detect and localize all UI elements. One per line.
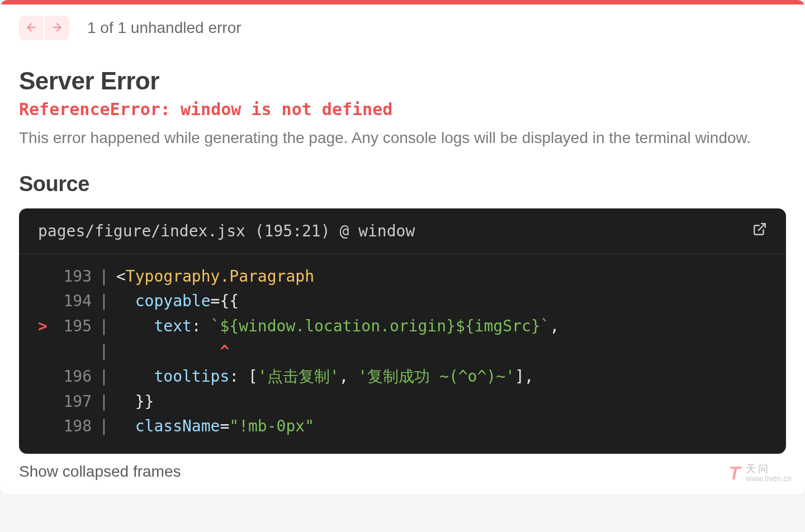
code-body: 193|<Typography.Paragraph 194| copyable=…	[19, 254, 786, 454]
error-count-text: 1 of 1 unhandled error	[87, 19, 242, 37]
error-line-marker	[38, 289, 56, 314]
overlay-content: Server Error ReferenceError: window is n…	[0, 46, 805, 494]
source-heading: Source	[19, 172, 786, 196]
error-line-marker	[38, 264, 56, 289]
code-line: 196| tooltips: ['点击复制', '复制成功 ~(^o^)~'],	[38, 364, 767, 390]
line-number: 196	[56, 364, 92, 390]
next-error-button[interactable]	[45, 16, 69, 40]
code-line: 198| className="!mb-0px"	[38, 414, 767, 439]
open-in-editor-button[interactable]	[752, 222, 767, 240]
caret-indicator: ^	[116, 339, 767, 364]
show-collapsed-frames-button[interactable]: Show collapsed frames	[19, 463, 181, 481]
code-text: <Typography.Paragraph	[116, 264, 767, 289]
error-description: This error happened while generating the…	[19, 127, 786, 150]
line-number: 194	[56, 289, 92, 314]
error-line-marker: >	[38, 314, 56, 339]
code-text: copyable={{	[116, 289, 767, 314]
code-text: text: `${window.location.origin}${imgSrc…	[116, 314, 767, 339]
gutter-pipe: |	[92, 289, 116, 314]
overlay-top-stripe	[0, 0, 805, 4]
gutter-pipe: |	[92, 314, 116, 339]
error-message: ReferenceError: window is not defined	[19, 99, 786, 119]
arrow-right-icon	[51, 21, 63, 35]
overlay-header: 1 of 1 unhandled error	[0, 4, 805, 46]
error-line-marker	[38, 390, 56, 415]
gutter-pipe: |	[92, 414, 116, 439]
caret-line: | ^	[38, 339, 767, 364]
line-number: 198	[56, 414, 92, 439]
code-line: 193|<Typography.Paragraph	[38, 264, 767, 289]
gutter-pipe: |	[92, 390, 116, 415]
gutter-pipe: |	[92, 364, 116, 390]
arrow-left-icon	[25, 21, 37, 35]
line-number: 193	[56, 264, 92, 289]
line-number: 195	[56, 314, 92, 339]
gutter-pipe: |	[92, 264, 116, 289]
error-line-marker	[38, 364, 56, 390]
error-overlay: 1 of 1 unhandled error Server Error Refe…	[0, 0, 805, 494]
error-title: Server Error	[19, 67, 786, 95]
code-header: pages/figure/index.jsx (195:21) @ window	[19, 208, 786, 254]
error-nav-buttons	[19, 16, 69, 40]
code-line: 197| }}	[38, 390, 767, 415]
code-text: tooltips: ['点击复制', '复制成功 ~(^o^)~'],	[116, 364, 767, 390]
prev-error-button[interactable]	[19, 16, 44, 40]
code-text: className="!mb-0px"	[116, 414, 767, 439]
svg-line-2	[759, 224, 765, 230]
code-panel: pages/figure/index.jsx (195:21) @ window…	[19, 208, 786, 454]
source-location: pages/figure/index.jsx (195:21) @ window	[38, 222, 415, 240]
code-line: 194| copyable={{	[38, 289, 767, 314]
error-line-marker	[38, 414, 56, 439]
line-number: 197	[56, 390, 92, 415]
code-line: >195| text: `${window.location.origin}${…	[38, 314, 767, 339]
code-text: }}	[116, 390, 767, 415]
external-link-icon	[752, 222, 767, 236]
